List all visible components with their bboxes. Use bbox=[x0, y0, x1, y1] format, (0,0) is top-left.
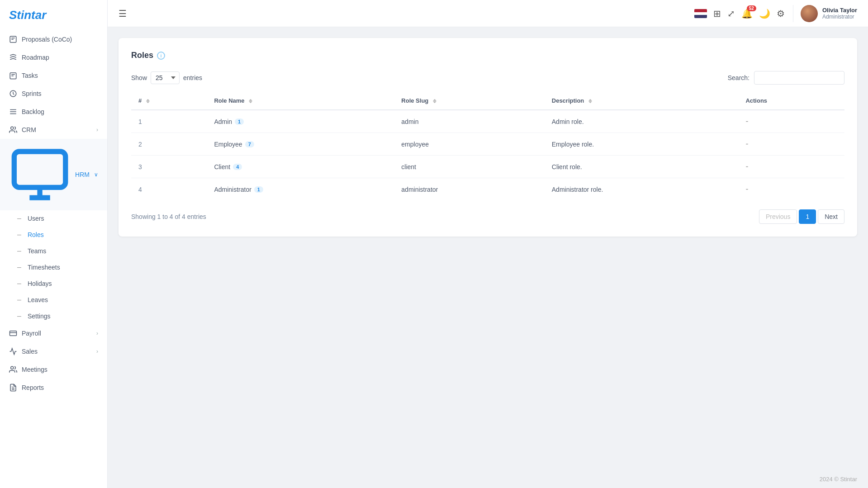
sidebar-item-hrm[interactable]: HRM ∨ bbox=[0, 139, 107, 210]
row-description: Admin role. bbox=[545, 110, 739, 133]
role-count-badge: 4 bbox=[233, 164, 242, 170]
hrm-chevron-icon: ∨ bbox=[94, 171, 98, 178]
sidebar-item-reports[interactable]: Reports bbox=[0, 379, 107, 397]
col-role-slug: Role Slug bbox=[394, 92, 544, 110]
sidebar-item-meetings[interactable]: Meetings bbox=[0, 360, 107, 379]
info-icon[interactable]: i bbox=[157, 52, 165, 60]
sidebar-item-teams[interactable]: – Teams bbox=[0, 243, 107, 259]
sidebar-item-proposals-label: Proposals (CoCo) bbox=[22, 36, 72, 43]
role-badge: Employee 7 bbox=[214, 141, 254, 148]
sidebar-item-holidays[interactable]: – Holidays bbox=[0, 275, 107, 292]
menu-toggle-icon[interactable]: ☰ bbox=[119, 8, 127, 19]
row-role-slug: administrator bbox=[394, 178, 544, 201]
row-description: Administrator role. bbox=[545, 178, 739, 201]
sidebar-item-tasks-label: Tasks bbox=[22, 72, 38, 79]
page-title: Roles bbox=[131, 51, 153, 60]
col-num: # bbox=[131, 92, 207, 110]
sort-icon bbox=[588, 99, 592, 103]
sidebar-item-users[interactable]: – Users bbox=[0, 210, 107, 227]
svg-point-16 bbox=[11, 366, 14, 369]
avatar bbox=[801, 5, 818, 22]
crm-icon bbox=[9, 126, 17, 134]
row-num: 1 bbox=[131, 110, 207, 133]
fullscreen-icon[interactable]: ⤢ bbox=[727, 8, 735, 19]
sidebar-item-payroll[interactable]: Payroll › bbox=[0, 324, 107, 342]
sidebar-item-sales[interactable]: Sales › bbox=[0, 342, 107, 360]
next-button[interactable]: Next bbox=[818, 209, 844, 224]
svg-rect-14 bbox=[10, 331, 17, 336]
apps-grid-icon[interactable]: ⊞ bbox=[713, 8, 721, 19]
file-icon bbox=[9, 35, 17, 43]
sidebar-item-leaves-label: Leaves bbox=[28, 296, 48, 303]
user-profile[interactable]: Olivia Taylor Administrator bbox=[793, 5, 857, 22]
roles-table: # Role Name Role Slug Description bbox=[131, 92, 844, 200]
dash-icon: – bbox=[17, 280, 21, 288]
svg-rect-11 bbox=[14, 152, 65, 187]
main-area: ☰ ⊞ ⤢ 🔔 52 🌙 ⚙ Olivia T bbox=[108, 0, 868, 488]
meetings-icon bbox=[9, 365, 17, 374]
backlog-icon bbox=[9, 108, 17, 116]
reports-icon bbox=[9, 384, 17, 392]
table-footer: Showing 1 to 4 of 4 entries Previous 1 N… bbox=[131, 209, 844, 224]
previous-button[interactable]: Previous bbox=[759, 209, 797, 224]
role-badge: Administrator 1 bbox=[214, 186, 263, 193]
sidebar-item-timesheets-label: Timesheets bbox=[28, 264, 60, 271]
table-header: # Role Name Role Slug Description bbox=[131, 92, 844, 110]
sidebar-item-crm[interactable]: CRM › bbox=[0, 121, 107, 139]
table-row: 1 Admin 1 admin Admin role. - bbox=[131, 110, 844, 133]
role-name-text: Client bbox=[214, 163, 230, 171]
search-input[interactable] bbox=[754, 71, 844, 85]
sidebar-item-sprints[interactable]: Sprints bbox=[0, 85, 107, 103]
sidebar-item-settings[interactable]: – Settings bbox=[0, 308, 107, 324]
sidebar-item-tasks[interactable]: Tasks bbox=[0, 66, 107, 85]
sidebar-item-reports-label: Reports bbox=[22, 384, 44, 391]
logo: Stintar bbox=[0, 0, 107, 30]
settings-icon[interactable]: ⚙ bbox=[777, 8, 785, 19]
tasks-icon bbox=[9, 71, 17, 80]
crm-chevron-icon: › bbox=[96, 127, 98, 133]
sidebar-item-timesheets[interactable]: – Timesheets bbox=[0, 259, 107, 275]
notifications-button[interactable]: 🔔 52 bbox=[741, 8, 753, 19]
row-role-name: Employee 7 bbox=[207, 133, 394, 156]
dash-icon: – bbox=[17, 247, 21, 255]
table-body: 1 Admin 1 admin Admin role. - 2 Employee… bbox=[131, 110, 844, 200]
actions-dash: - bbox=[745, 139, 748, 148]
role-count-badge: 1 bbox=[235, 118, 244, 125]
language-flag-icon[interactable] bbox=[694, 9, 707, 18]
sidebar-item-settings-label: Settings bbox=[28, 313, 51, 320]
sidebar-item-holidays-label: Holidays bbox=[28, 280, 52, 287]
sort-icon bbox=[146, 99, 150, 103]
role-name-text: Employee bbox=[214, 141, 242, 148]
sidebar-item-roles-label: Roles bbox=[28, 231, 44, 238]
sidebar-item-meetings-label: Meetings bbox=[22, 366, 47, 373]
sidebar-item-sprints-label: Sprints bbox=[22, 90, 42, 97]
sidebar-item-roadmap[interactable]: Roadmap bbox=[0, 48, 107, 66]
row-role-slug: employee bbox=[394, 133, 544, 156]
user-role: Administrator bbox=[822, 14, 857, 20]
actions-dash: - bbox=[745, 185, 748, 194]
sidebar-item-roles[interactable]: – Roles bbox=[0, 227, 107, 243]
svg-point-10 bbox=[11, 127, 14, 129]
table-row: 4 Administrator 1 administrator Administ… bbox=[131, 178, 844, 201]
dash-icon: – bbox=[17, 312, 21, 320]
roadmap-icon bbox=[9, 53, 17, 62]
sidebar-item-proposals[interactable]: Proposals (CoCo) bbox=[0, 30, 107, 48]
showing-text: Showing 1 to 4 of 4 entries bbox=[131, 213, 206, 220]
sidebar-item-backlog[interactable]: Backlog bbox=[0, 103, 107, 121]
header-actions: ⊞ ⤢ 🔔 52 🌙 ⚙ Olivia Taylor Administrator bbox=[694, 5, 857, 22]
user-info: Olivia Taylor Administrator bbox=[822, 7, 857, 20]
page-1-button[interactable]: 1 bbox=[799, 209, 816, 224]
sales-chevron-icon: › bbox=[96, 348, 98, 355]
col-role-name: Role Name bbox=[207, 92, 394, 110]
hrm-icon bbox=[9, 144, 71, 205]
roles-card: Roles i Show 10 25 50 100 entries Search… bbox=[119, 38, 857, 237]
entries-per-page-select[interactable]: 10 25 50 100 bbox=[151, 71, 180, 84]
role-count-badge: 1 bbox=[254, 186, 263, 193]
sidebar-item-leaves[interactable]: – Leaves bbox=[0, 292, 107, 308]
search-area: Search: bbox=[728, 71, 844, 85]
sidebar-item-sales-label: Sales bbox=[22, 348, 38, 355]
row-actions: - bbox=[738, 110, 844, 133]
sales-icon bbox=[9, 347, 17, 355]
dash-icon: – bbox=[17, 214, 21, 223]
dark-mode-icon[interactable]: 🌙 bbox=[759, 8, 770, 19]
